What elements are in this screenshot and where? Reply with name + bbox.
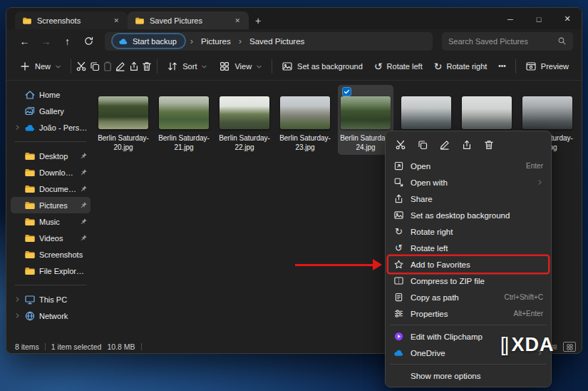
chevron-right-icon[interactable] (14, 296, 21, 303)
breadcrumb-pictures[interactable]: Pictures (198, 36, 234, 47)
sidebar-item-gallery[interactable]: Gallery (11, 103, 91, 119)
file-thumbnail[interactable] (462, 96, 512, 129)
sidebar-item-home[interactable]: Home (11, 86, 91, 103)
refresh-button[interactable] (79, 32, 98, 51)
sidebar-item-onedrive-personal[interactable]: João - Personal (11, 119, 91, 136)
menu-item-rotate-left[interactable]: ↺ Rotate left (388, 240, 548, 256)
search-input[interactable] (448, 37, 557, 46)
back-button[interactable]: ← (15, 32, 34, 51)
share-button[interactable] (456, 136, 477, 154)
share-button[interactable] (128, 56, 140, 77)
menu-item-rotate-right[interactable]: ↻ Rotate right (388, 223, 548, 240)
properties-icon (393, 308, 404, 319)
close-button[interactable]: ✕ (553, 9, 582, 29)
pin-icon (80, 201, 88, 209)
chevron-right-icon[interactable] (14, 313, 21, 319)
context-quick-actions (388, 134, 548, 158)
thumbnail-view-button[interactable] (563, 342, 576, 352)
sidebar-item-videos[interactable]: Videos (11, 230, 91, 246)
sidebar-item-label: Desktop (39, 152, 76, 161)
view-button[interactable]: View (213, 56, 268, 77)
paste-button[interactable] (101, 56, 114, 77)
file-thumbnail[interactable] (522, 96, 572, 129)
sidebar-item-screenshots[interactable]: Screenshots (11, 246, 91, 263)
sidebar-item-label: Downloads (39, 168, 76, 177)
menu-item-label: Open with (411, 178, 530, 187)
sidebar-item-label: Network (39, 312, 88, 320)
file-tile[interactable]: Berlin Saturday-20.jpg (96, 85, 151, 155)
share-icon (461, 139, 473, 151)
tab-close-icon[interactable]: ✕ (232, 16, 243, 25)
sidebar-item-label: João - Personal (39, 123, 88, 132)
sidebar-item-label: Pictures (39, 201, 76, 210)
menu-item-icon-slot (393, 370, 404, 381)
selection-checkbox[interactable] (342, 87, 351, 96)
more-options-button[interactable]: ••• (492, 56, 512, 77)
maximize-button[interactable]: □ (525, 9, 553, 29)
menu-item-copy-as-path[interactable]: Copy as path Ctrl+Shift+C (388, 289, 548, 305)
sidebar-item-desktop[interactable]: Desktop (11, 148, 91, 164)
file-thumbnail[interactable] (341, 96, 391, 129)
file-tile[interactable]: Berlin Saturday-23.jpg (277, 85, 333, 155)
new-tab-button[interactable]: + (249, 11, 267, 29)
menu-item-shortcut: Ctrl+Shift+C (505, 293, 543, 301)
chevron-right-icon[interactable] (14, 124, 21, 131)
cut-button[interactable] (390, 136, 411, 154)
tab-screenshots[interactable]: Screenshots ✕ (15, 11, 128, 29)
sidebar-item-file-explorer-gui[interactable]: File Explorer gui (11, 263, 91, 279)
statusbar-divider (141, 343, 142, 350)
breadcrumb-saved-pictures[interactable]: Saved Pictures (247, 36, 307, 47)
file-thumbnail[interactable] (220, 96, 269, 129)
menu-item-set-as-desktop-background[interactable]: Set as desktop background (388, 207, 548, 223)
address-bar[interactable]: Start backup › Pictures › Saved Pictures (105, 32, 433, 51)
sidebar-item-this-pc[interactable]: This PC (11, 291, 91, 308)
paste-icon (102, 61, 113, 72)
delete-button[interactable] (478, 136, 499, 154)
new-button[interactable]: New (14, 56, 67, 77)
command-toolbar: New Sort View Set (6, 53, 582, 81)
file-thumbnail[interactable] (159, 96, 209, 129)
sort-button[interactable]: Sort (161, 56, 213, 77)
menu-item-properties[interactable]: Properties Alt+Enter (388, 305, 548, 322)
menu-item-compress-to-zip[interactable]: Compress to ZIP file (388, 273, 548, 289)
chevron-down-icon (55, 64, 61, 70)
minimize-button[interactable]: ─ (496, 9, 525, 29)
up-button[interactable]: ↑ (58, 32, 77, 51)
network-icon (24, 310, 36, 322)
statusbar-divider (45, 343, 46, 350)
delete-button[interactable] (140, 56, 153, 77)
file-thumbnail[interactable] (280, 96, 330, 129)
rename-button[interactable] (434, 136, 455, 154)
sidebar-item-downloads[interactable]: Downloads (11, 164, 91, 181)
sidebar-item-music[interactable]: Music (11, 213, 91, 230)
rename-button[interactable] (114, 56, 127, 77)
search-box[interactable] (442, 32, 573, 51)
sidebar-item-documents[interactable]: Documents (11, 181, 91, 197)
sidebar-item-label: Documents (39, 185, 76, 193)
search-icon (557, 36, 567, 46)
file-tile[interactable]: Berlin Saturday-22.jpg (217, 85, 272, 155)
forward-button[interactable]: → (36, 32, 56, 51)
menu-item-open-with[interactable]: Open with (388, 174, 548, 191)
sidebar-item-pictures[interactable]: Pictures (11, 197, 91, 213)
menu-item-add-to-favorites[interactable]: Add to Favorites (388, 256, 548, 273)
start-backup-button[interactable]: Start backup (112, 34, 185, 49)
tab-close-icon[interactable]: ✕ (110, 16, 122, 25)
tab-saved-pictures[interactable]: Saved Pictures ✕ (128, 11, 249, 29)
file-thumbnail[interactable] (401, 96, 451, 129)
preview-button[interactable]: Preview (520, 56, 574, 77)
copy-button[interactable] (412, 136, 433, 154)
menu-item-share[interactable]: Share (388, 191, 548, 207)
file-tile[interactable]: Berlin Saturday-21.jpg (156, 85, 212, 155)
sidebar-item-network[interactable]: Network (11, 308, 91, 324)
rotate-right-button[interactable]: ↻ Rotate right (428, 56, 493, 77)
rotate-left-button[interactable]: ↺ Rotate left (368, 56, 428, 77)
copy-button[interactable] (88, 56, 100, 77)
menu-item-show-more-options[interactable]: Show more options (388, 367, 548, 384)
cut-button[interactable] (75, 56, 88, 77)
set-as-background-button[interactable]: Set as background (276, 56, 368, 77)
file-thumbnail[interactable] (98, 96, 148, 129)
menu-item-open[interactable]: Open Enter (388, 158, 548, 174)
chevron-down-icon (201, 64, 207, 70)
sidebar-item-label: This PC (39, 295, 88, 304)
